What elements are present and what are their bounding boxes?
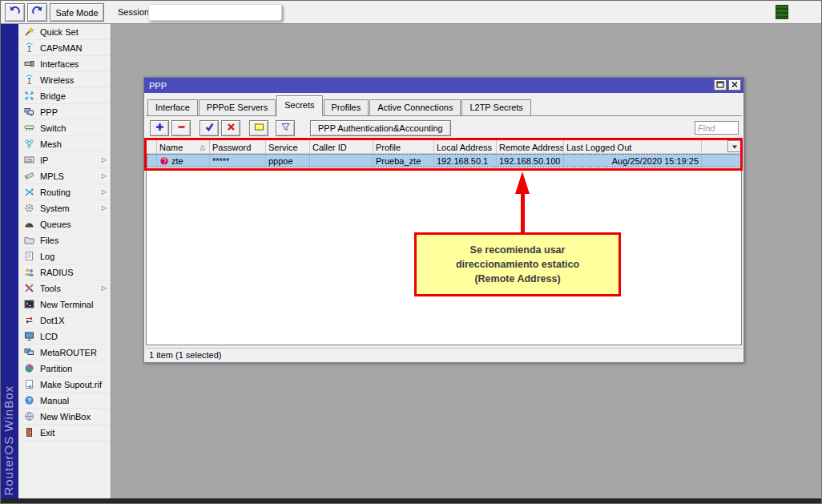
ppp-authentication-button[interactable]: PPP Authentication&Accounting	[310, 120, 451, 136]
sidebar-item-label: Log	[40, 252, 54, 261]
sidebar-item-label: PPP	[40, 107, 58, 117]
comment-icon	[254, 122, 264, 134]
sidebar-item-label: RADIUS	[40, 268, 74, 277]
cell-remote-address: 192.168.50.100	[497, 154, 564, 167]
annotation-callout: Se recomienda usar direccionamiento esta…	[414, 232, 621, 296]
undo-button[interactable]	[5, 3, 25, 22]
cell-profile: Prueba_zte	[373, 154, 434, 167]
sidebar-item-wireless[interactable]: Wireless	[18, 72, 111, 88]
sidebar-item-radius[interactable]: RADIUS	[18, 264, 111, 280]
sidebar-item-routing[interactable]: Routing▷	[18, 184, 111, 200]
sidebar-item-quick-set[interactable]: Quick Set	[18, 24, 111, 40]
sidebar-item-capsman[interactable]: CAPsMAN	[18, 40, 111, 56]
column-dropdown-button[interactable]	[727, 140, 741, 152]
close-button[interactable]	[728, 79, 741, 91]
dot1x-icon	[24, 315, 35, 325]
disable-button[interactable]	[221, 120, 240, 136]
sidebar-item-ppp[interactable]: PPP	[18, 104, 111, 120]
sidebar-item-make-supout-rif[interactable]: Make Supout.rif	[18, 377, 111, 393]
col-header-local-address[interactable]: Local Address	[434, 140, 497, 153]
ppp-icon	[24, 107, 35, 117]
table-row[interactable]: zte*****pppoePrueba_zte192.168.50.1192.1…	[147, 154, 741, 167]
col-header-caller-id[interactable]: Caller ID	[310, 140, 373, 153]
mpls-icon	[24, 171, 35, 181]
sidebar-item-partition[interactable]: Partition	[18, 361, 111, 377]
bottom-strip	[1, 498, 821, 503]
col-header-name[interactable]: Name	[157, 140, 210, 153]
cell-last-logged-out: Aug/25/2020 15:19:25	[564, 154, 702, 167]
sidebar-item-exit[interactable]: Exit	[18, 425, 111, 441]
sidebar-item-manual[interactable]: ?Manual	[18, 393, 111, 409]
supout-icon	[24, 379, 35, 389]
files-icon	[24, 235, 35, 245]
sort-asc-icon	[199, 143, 206, 152]
sidebar-item-dot1x[interactable]: Dot1X	[18, 312, 111, 329]
col-header-password[interactable]: Password	[210, 140, 266, 153]
cell-value: Prueba_zte	[376, 156, 421, 166]
remove-button[interactable]	[171, 120, 191, 136]
sidebar-item-mesh[interactable]: Mesh	[18, 136, 111, 152]
brand-strip: RouterOS WinBox	[1, 24, 18, 500]
col-header-profile[interactable]: Profile	[373, 140, 434, 153]
add-button[interactable]	[150, 120, 169, 136]
find-input[interactable]	[695, 121, 739, 135]
col-header-service[interactable]: Service	[266, 140, 310, 153]
sidebar-item-new-terminal[interactable]: New Terminal	[18, 296, 111, 312]
enable-button[interactable]	[199, 120, 219, 136]
sidebar-item-log[interactable]: Log	[18, 248, 111, 264]
manual-icon: ?	[24, 395, 35, 405]
sidebar-item-metarouter[interactable]: MetaROUTER	[18, 345, 111, 361]
quick-set-icon	[24, 26, 35, 37]
sidebar-item-label: Dot1X	[40, 316, 65, 325]
queues-icon	[24, 219, 35, 229]
redo-button[interactable]	[27, 3, 47, 22]
sidebar-item-bridge[interactable]: Bridge	[18, 88, 111, 104]
tab-interface[interactable]: Interface	[147, 99, 198, 115]
sidebar-item-interfaces[interactable]: Interfaces	[18, 56, 111, 72]
sidebar-item-system[interactable]: System▷	[18, 200, 111, 216]
sidebar-item-label: Exit	[40, 428, 54, 437]
sidebar-item-ip[interactable]: 255IP▷	[18, 152, 111, 168]
status-bar: 1 item (1 selected)	[146, 348, 742, 361]
session-label: Session:	[118, 7, 151, 17]
cell-local-address: 192.168.50.1	[434, 154, 497, 167]
sidebar-item-new-winbox[interactable]: New WinBox	[18, 409, 111, 425]
sidebar-item-tools[interactable]: Tools▷	[18, 280, 111, 296]
col-header-icon	[147, 140, 157, 153]
tab-l2tp-secrets[interactable]: L2TP Secrets	[461, 99, 530, 115]
sidebar-item-label: Quick Set	[40, 27, 79, 37]
sidebar-item-label: Switch	[40, 123, 66, 133]
sidebar-item-label: MetaROUTER	[40, 348, 97, 357]
traffic-indicator-icon	[776, 5, 788, 19]
winbox-screen: Safe Mode Session: RouterOS WinBox Quick…	[0, 0, 822, 504]
sidebar-item-queues[interactable]: Queues	[18, 216, 111, 232]
sidebar-item-label: Make Supout.rif	[40, 380, 102, 389]
tab-profiles[interactable]: Profiles	[324, 99, 369, 115]
col-header-label: Local Address	[437, 143, 492, 152]
sidebar-item-switch[interactable]: Switch	[18, 120, 111, 136]
log-icon	[24, 251, 35, 261]
tab-secrets[interactable]: Secrets	[276, 95, 322, 116]
tab-active-connections[interactable]: Active Connections	[369, 99, 461, 115]
cell-value: 192.168.50.1	[437, 156, 488, 166]
col-header-remote-address[interactable]: Remote Address	[497, 140, 564, 153]
sidebar-item-label: Queues	[40, 220, 71, 229]
window-titlebar[interactable]: PPP	[144, 78, 743, 93]
sidebar-item-label: New Terminal	[40, 300, 93, 309]
col-header-last-logged-out[interactable]: Last Logged Out	[564, 140, 702, 153]
session-input[interactable]	[148, 4, 282, 21]
submenu-arrow-icon: ▷	[102, 156, 107, 163]
sidebar-item-label: Files	[40, 236, 58, 245]
filter-button[interactable]	[276, 120, 295, 136]
comment-button[interactable]	[249, 120, 268, 136]
tools-icon	[24, 283, 35, 293]
tab-pppoe-servers[interactable]: PPPoE Servers	[199, 99, 276, 115]
safe-mode-button[interactable]: Safe Mode	[50, 3, 104, 22]
callout-line-1: Se recomienda usar	[470, 243, 566, 257]
safe-mode-label: Safe Mode	[55, 8, 98, 18]
maximize-button[interactable]	[714, 79, 727, 91]
sidebar-item-files[interactable]: Files	[18, 232, 111, 248]
sidebar-item-mpls[interactable]: MPLS▷	[18, 168, 111, 184]
sidebar-item-lcd[interactable]: LCD	[18, 329, 111, 345]
table-header-row: NamePasswordServiceCaller IDProfileLocal…	[147, 140, 741, 154]
